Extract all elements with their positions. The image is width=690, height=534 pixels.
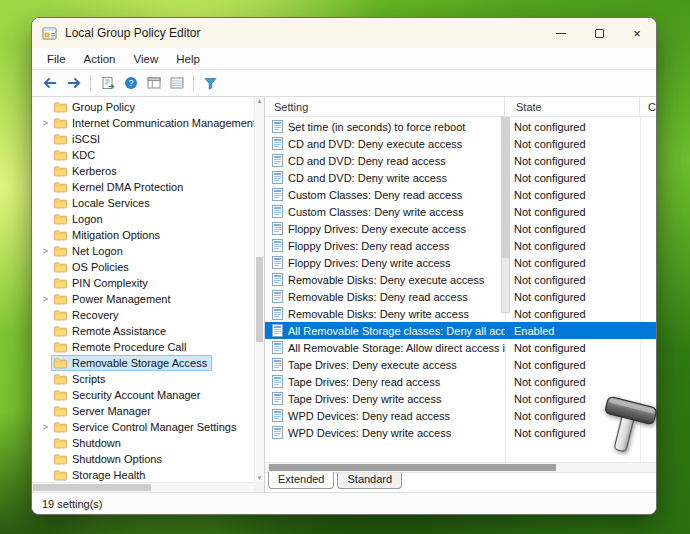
- menubar: File Action View Help: [32, 48, 656, 70]
- close-icon: ×: [633, 27, 641, 40]
- filter-button[interactable]: [199, 73, 222, 94]
- setting-row[interactable]: Removable Disks: Deny execute access Not…: [265, 271, 656, 288]
- tree-item[interactable]: > Locale Services: [32, 195, 254, 211]
- setting-row[interactable]: Removable Disks: Deny read access Not co…: [265, 288, 656, 305]
- setting-row[interactable]: Custom Classes: Deny write access Not co…: [265, 203, 656, 220]
- menu-action[interactable]: Action: [75, 50, 125, 68]
- menu-help[interactable]: Help: [167, 50, 209, 68]
- setting-row[interactable]: Removable Disks: Deny write access Not c…: [265, 305, 656, 322]
- tree-hscroll-thumb[interactable]: [33, 484, 151, 491]
- folder-icon: [54, 102, 67, 113]
- setting-state: Not configured: [505, 342, 640, 354]
- setting-row[interactable]: Tape Drives: Deny read access Not config…: [265, 373, 656, 390]
- icon-view-button[interactable]: [142, 73, 165, 94]
- forward-button[interactable]: [62, 73, 85, 94]
- scroll-up-icon[interactable]: ▲: [255, 98, 264, 104]
- tree-item[interactable]: > Kerberos: [32, 163, 254, 179]
- setting-row[interactable]: CD and DVD: Deny write access Not config…: [265, 169, 656, 186]
- setting-state: Not configured: [505, 206, 640, 218]
- setting-cell: Set time (in seconds) to force reboot: [265, 120, 505, 133]
- detail-view-button[interactable]: [165, 73, 188, 94]
- tree-item[interactable]: > Service Control Manager Settings: [32, 419, 254, 435]
- tree-item[interactable]: > iSCSI: [32, 131, 254, 147]
- tree-item-label: Removable Storage Access: [72, 357, 207, 369]
- tree-item[interactable]: > OS Policies: [32, 259, 254, 275]
- menu-view[interactable]: View: [125, 50, 168, 68]
- setting-row[interactable]: Custom Classes: Deny read access Not con…: [265, 186, 656, 203]
- list-hscroll-thumb[interactable]: [269, 464, 556, 471]
- setting-row[interactable]: Set time (in seconds) to force reboot No…: [265, 118, 656, 135]
- tree-item[interactable]: > KDC: [32, 147, 254, 163]
- titlebar[interactable]: Local Group Policy Editor ×: [32, 18, 656, 48]
- tree-item-inner: Logon: [51, 211, 108, 227]
- setting-row[interactable]: Floppy Drives: Deny read access Not conf…: [265, 237, 656, 254]
- tree-item-inner: Recovery: [51, 307, 123, 323]
- tree-horizontal-scrollbar[interactable]: [32, 482, 254, 492]
- policy-setting-icon: [272, 307, 283, 320]
- setting-row[interactable]: All Removable Storage: Allow direct acce…: [265, 339, 656, 356]
- setting-row[interactable]: CD and DVD: Deny execute access Not conf…: [265, 135, 656, 152]
- tree-item-label: Kerberos: [72, 165, 117, 177]
- tree-item[interactable]: > Recovery: [32, 307, 254, 323]
- tree-item[interactable]: > Shutdown Options: [32, 451, 254, 467]
- settings-list: Set time (in seconds) to force reboot No…: [265, 118, 656, 441]
- tree-item[interactable]: > PIN Complexity: [32, 275, 254, 291]
- setting-state: Not configured: [505, 359, 640, 371]
- minimize-icon: [556, 33, 566, 34]
- close-button[interactable]: ×: [618, 18, 656, 48]
- policy-setting-icon: [272, 426, 283, 439]
- back-button[interactable]: [39, 73, 62, 94]
- view-tabs: Extended Standard: [265, 473, 656, 492]
- toolbar-separator: [90, 75, 91, 91]
- tree-item-inner: Kerberos: [51, 163, 122, 179]
- scroll-down-icon[interactable]: ▼: [255, 475, 264, 481]
- setting-row[interactable]: Floppy Drives: Deny write access Not con…: [265, 254, 656, 271]
- column-header-setting[interactable]: Setting: [265, 97, 505, 116]
- tree-item[interactable]: > Net Logon: [32, 243, 254, 259]
- folder-icon: [54, 278, 67, 289]
- tree-vscroll-thumb[interactable]: [256, 257, 263, 342]
- column-header-comment[interactable]: C: [640, 97, 656, 116]
- tree-item[interactable]: > Internet Communication Management: [32, 115, 254, 131]
- tree-item[interactable]: > Remote Assistance: [32, 323, 254, 339]
- tab-extended[interactable]: Extended: [268, 472, 334, 489]
- tab-standard[interactable]: Standard: [337, 472, 402, 489]
- setting-name: Custom Classes: Deny read access: [288, 189, 462, 201]
- tree-vertical-scrollbar[interactable]: ▲ ▼: [254, 97, 264, 482]
- tree-item[interactable]: > Mitigation Options: [32, 227, 254, 243]
- tree-item[interactable]: > Removable Storage Access: [32, 355, 254, 371]
- setting-name: Floppy Drives: Deny read access: [288, 240, 449, 252]
- tree-item[interactable]: > Remote Procedure Call: [32, 339, 254, 355]
- tree-item[interactable]: > Power Management: [32, 291, 254, 307]
- tree-item[interactable]: > Storage Health: [32, 467, 254, 482]
- setting-name: CD and DVD: Deny write access: [288, 172, 447, 184]
- setting-name: All Removable Storage classes: Deny all …: [288, 325, 505, 337]
- setting-row[interactable]: Floppy Drives: Deny execute access Not c…: [265, 220, 656, 237]
- setting-cell: Custom Classes: Deny write access: [265, 205, 505, 218]
- minimize-button[interactable]: [542, 18, 580, 48]
- setting-cell: Removable Disks: Deny read access: [265, 290, 505, 303]
- tree-chevron-icon[interactable]: >: [40, 422, 51, 432]
- export-list-button[interactable]: [96, 73, 119, 94]
- tree-item[interactable]: > Security Account Manager: [32, 387, 254, 403]
- tree-item[interactable]: > Server Manager: [32, 403, 254, 419]
- tree-item[interactable]: > Shutdown: [32, 435, 254, 451]
- column-header-state[interactable]: State: [505, 97, 640, 116]
- setting-row[interactable]: All Removable Storage classes: Deny all …: [265, 322, 656, 339]
- menu-file[interactable]: File: [38, 50, 75, 68]
- setting-row[interactable]: CD and DVD: Deny read access Not configu…: [265, 152, 656, 169]
- setting-row[interactable]: Tape Drives: Deny execute access Not con…: [265, 356, 656, 373]
- back-icon: [43, 77, 58, 89]
- maximize-button[interactable]: [580, 18, 618, 48]
- tree-item[interactable]: > Kernel DMA Protection: [32, 179, 254, 195]
- policy-setting-icon: [272, 222, 283, 235]
- list-vscroll-thumb[interactable]: [502, 118, 509, 258]
- tree-item[interactable]: > Scripts: [32, 371, 254, 387]
- help-button[interactable]: ?: [119, 73, 142, 94]
- tree-chevron-icon[interactable]: >: [40, 294, 51, 304]
- tree-item[interactable]: > Logon: [32, 211, 254, 227]
- tree-chevron-icon[interactable]: >: [40, 246, 51, 256]
- list-vertical-scrollbar[interactable]: [501, 117, 510, 313]
- tree-item[interactable]: > Group Policy: [32, 99, 254, 115]
- tree-chevron-icon[interactable]: >: [40, 118, 51, 128]
